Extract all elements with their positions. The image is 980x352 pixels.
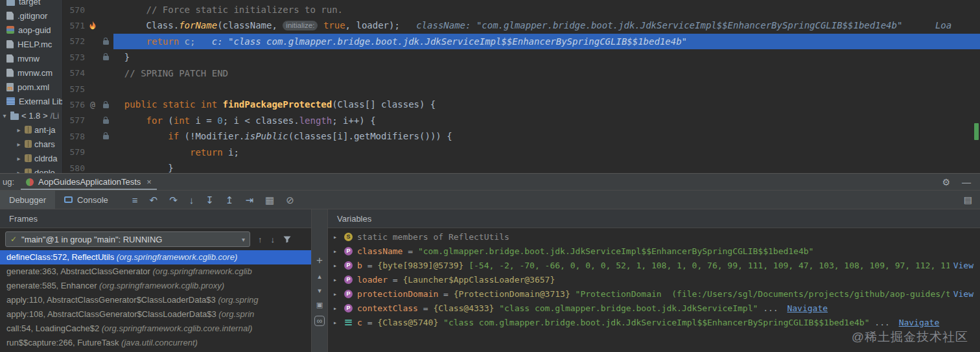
run-tab[interactable]: AopGuidesApplicationTests ×: [19, 174, 158, 190]
frame-package: (org.springframework.cglib.core): [117, 252, 237, 262]
view-breakpoints-icon[interactable]: ▦: [265, 195, 274, 205]
variables-side-toolbar: +▴▾▣∞: [312, 209, 328, 352]
code-text[interactable]: }: [113, 160, 980, 173]
variable-row[interactable]: ▸PprotectionDomain = {ProtectionDomain@3…: [328, 287, 980, 301]
tree-item[interactable]: HELP.mc: [0, 37, 62, 51]
editor-line: 572 return c; c: "class com.glmapper.bri…: [63, 34, 980, 49]
jar-icon: [25, 140, 32, 148]
frame-row[interactable]: generate:363, AbstractClassGenerator (or…: [0, 264, 311, 279]
view-link[interactable]: View: [953, 289, 974, 299]
variable-row[interactable]: ▸Sstatic members of ReflectUtils: [328, 229, 980, 244]
mute-breakpoints-icon[interactable]: ⊘: [286, 195, 294, 205]
code-segment: [113, 115, 146, 126]
expand-chevron-icon[interactable]: ▸: [333, 290, 343, 298]
expand-chevron-icon[interactable]: ▸: [333, 305, 343, 312]
tree-expand-icon[interactable]: ▸: [16, 155, 22, 162]
line-number[interactable]: 571: [63, 18, 85, 33]
code-text[interactable]: }: [113, 49, 980, 65]
filter-frames-icon[interactable]: [283, 235, 291, 243]
step-into-icon[interactable]: ↓: [189, 195, 194, 205]
tree-item[interactable]: target: [0, 0, 62, 8]
frame-row[interactable]: apply:108, AbstractClassGenerator$ClassL…: [0, 307, 311, 322]
variable-row[interactable]: ▸Ploader = {Launcher$AppClassLoader@3657…: [328, 272, 980, 287]
frame-row[interactable]: apply:110, AbstractClassGenerator$ClassL…: [0, 293, 311, 307]
project-tree: target.gitignoraop-guidHELP.mcmvnwmvnw.c…: [0, 0, 63, 173]
line-number[interactable]: 572: [63, 34, 85, 49]
navigate-link[interactable]: Navigate: [787, 303, 828, 313]
frames-panel: Frames ✓ "main"@1 in group "main": RUNNI…: [0, 209, 312, 352]
code-text[interactable]: for (int i = 0; i < classes.length; i++)…: [113, 113, 980, 128]
prev-frame-icon[interactable]: ↑: [258, 235, 262, 244]
variable-row[interactable]: ▸c = {Class@5740} "class com.glmapper.br…: [328, 315, 980, 329]
tree-expand-icon[interactable]: ▸: [16, 141, 22, 148]
line-number[interactable]: 576: [63, 97, 85, 112]
code-text[interactable]: return c; c: "class com.glmapper.bridge.…: [113, 34, 980, 49]
tree-item[interactable]: ▸cldrda: [0, 151, 62, 165]
line-number[interactable]: 575: [63, 81, 85, 97]
tree-item[interactable]: pom.xml: [0, 80, 62, 94]
code-text[interactable]: if (!Modifier.isPublic(classes[i].getMod…: [113, 128, 980, 144]
tree-item[interactable]: mvnw: [0, 51, 62, 65]
code-text[interactable]: // Force static initializers to run.: [113, 2, 980, 18]
line-number[interactable]: 577: [63, 113, 85, 128]
close-tab-icon[interactable]: ×: [146, 177, 152, 187]
view-options-icon[interactable]: ≡: [132, 195, 138, 205]
variable-row[interactable]: ▸PcontextClass = {Class@4333} "class com…: [328, 301, 980, 315]
line-number[interactable]: 580: [63, 160, 85, 173]
code-text[interactable]: public static int findPackageProtected(C…: [113, 97, 980, 112]
frame-row[interactable]: call:54, LoadingCache$2 (org.springframe…: [0, 322, 311, 336]
show-return-values-icon[interactable]: ∞: [314, 316, 325, 326]
line-number[interactable]: 579: [63, 145, 85, 160]
expand-chevron-icon[interactable]: ▸: [333, 233, 343, 241]
tree-item[interactable]: .gitignor: [0, 8, 62, 23]
next-frame-icon[interactable]: ↓: [271, 235, 275, 244]
frame-row[interactable]: run$$capture:266, FutureTask (java.util.…: [0, 336, 311, 350]
code-text[interactable]: return i;: [113, 145, 980, 160]
tree-expand-icon[interactable]: ▸: [16, 126, 22, 134]
expand-chevron-icon[interactable]: ▸: [333, 319, 343, 326]
restore-layout-icon[interactable]: ▤: [964, 194, 980, 205]
settings-gear-icon[interactable]: ⚙: [942, 177, 950, 187]
tree-item[interactable]: ▸deplo: [0, 165, 62, 173]
tree-item[interactable]: ▾< 1.8 >/Li: [0, 108, 62, 123]
navigate-link[interactable]: Navigate: [899, 318, 940, 327]
tab-debugger[interactable]: Debugger: [0, 191, 55, 209]
code-text[interactable]: Class.forName(className, initialize: tru…: [113, 18, 980, 33]
run-to-cursor-icon[interactable]: ⇥: [245, 195, 253, 205]
tree-item[interactable]: aop-guid: [0, 23, 62, 37]
code-text[interactable]: [113, 81, 980, 97]
tree-item[interactable]: ▸ant-ja: [0, 123, 62, 137]
debug-tool-window: ug: AopGuidesApplicationTests × ⚙ — Debu…: [0, 173, 980, 352]
line-number[interactable]: 578: [63, 128, 85, 144]
move-down-icon[interactable]: ▾: [318, 287, 321, 294]
code-text[interactable]: // SPRING PATCH END: [113, 65, 980, 81]
move-up-icon[interactable]: ▴: [318, 273, 321, 280]
expand-chevron-icon[interactable]: ▸: [333, 262, 343, 269]
line-number[interactable]: 574: [63, 65, 85, 81]
duplicate-watch-icon[interactable]: ▣: [316, 301, 323, 309]
frame-row[interactable]: generate:585, Enhancer (org.springframew…: [0, 279, 311, 293]
tab-console[interactable]: Console: [55, 191, 117, 209]
tree-item[interactable]: External Lib: [0, 94, 62, 108]
tree-expand-icon[interactable]: ▾: [1, 112, 8, 119]
thread-selector[interactable]: ✓ "main"@1 in group "main": RUNNING ▾: [5, 231, 250, 247]
view-link[interactable]: View: [953, 261, 974, 270]
annotation-icon: @: [88, 100, 97, 110]
show-execution-point-icon[interactable]: ↶: [150, 195, 158, 205]
variable-row[interactable]: ▸PclassName = "com.glmapper.bridge.boot.…: [328, 244, 980, 258]
tree-item-label: mvnw.cm: [18, 68, 52, 78]
force-step-into-icon[interactable]: ↧: [205, 195, 214, 205]
code-segment: i =: [190, 115, 217, 126]
step-out-icon[interactable]: ↥: [226, 195, 234, 205]
variable-row[interactable]: ▸Pb = {byte[9839]@5739} [-54, -2, -70, -…: [328, 258, 980, 272]
line-number[interactable]: 573: [63, 49, 85, 65]
tree-item[interactable]: ▸chars: [0, 137, 62, 151]
tree-item[interactable]: mvnw.cm: [0, 65, 62, 80]
expand-chevron-icon[interactable]: ▸: [333, 276, 343, 283]
step-over-icon[interactable]: ↷: [169, 195, 178, 205]
frame-row[interactable]: defineClass:572, ReflectUtils (org.sprin…: [0, 250, 311, 264]
expand-chevron-icon[interactable]: ▸: [333, 248, 343, 255]
line-number[interactable]: 570: [63, 2, 85, 18]
add-watch-icon[interactable]: +: [316, 255, 323, 266]
hide-window-icon[interactable]: —: [962, 177, 971, 187]
